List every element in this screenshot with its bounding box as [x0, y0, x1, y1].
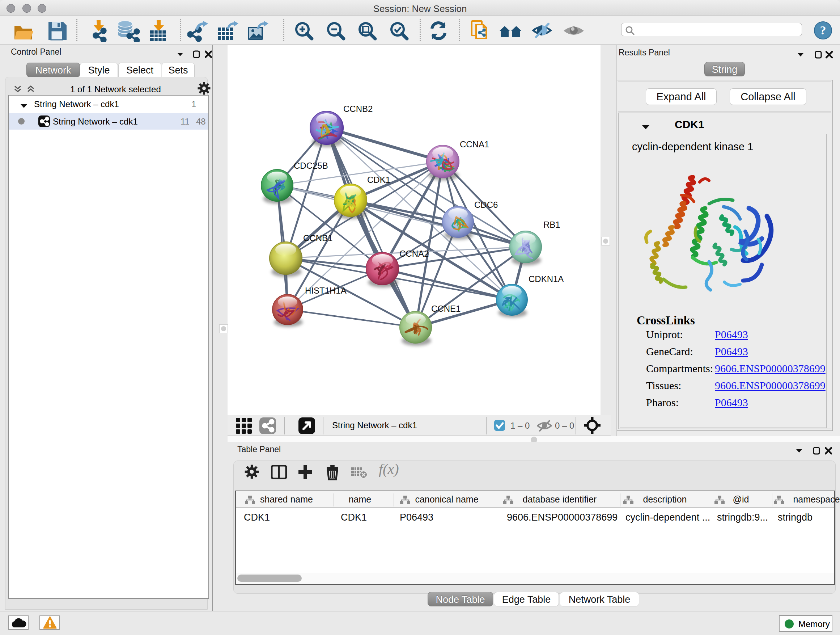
svg-text:CCNB2: CCNB2 [343, 104, 373, 114]
svg-text:CCNE1: CCNE1 [431, 304, 461, 314]
svg-text:HIST1H1A: HIST1H1A [305, 286, 347, 295]
svg-text:CDC6: CDC6 [474, 200, 498, 210]
svg-text:CDC25B: CDC25B [294, 161, 328, 171]
svg-text:CCNA2: CCNA2 [399, 249, 429, 258]
svg-text:?: ? [820, 24, 826, 37]
svg-text:CCNB1: CCNB1 [303, 233, 332, 243]
svg-text:RB1: RB1 [543, 220, 561, 230]
svg-text:CCNA1: CCNA1 [460, 139, 489, 149]
svg-text:CDK1: CDK1 [367, 175, 390, 185]
svg-text:CDKN1A: CDKN1A [529, 274, 564, 284]
